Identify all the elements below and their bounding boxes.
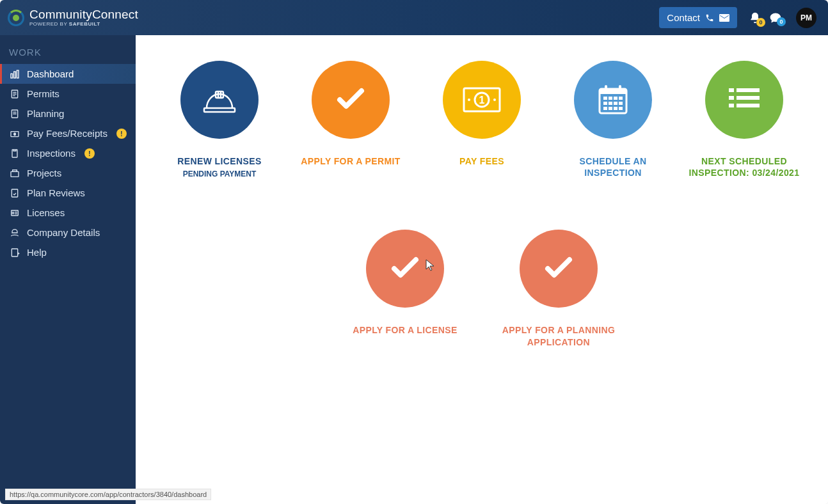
sidebar-item-label: Planning xyxy=(27,108,64,119)
svg-rect-16 xyxy=(12,189,17,197)
tile-apply-for-a-license[interactable]: APPLY FOR A LICENSE xyxy=(347,230,463,347)
svg-point-29 xyxy=(468,98,470,101)
check-icon xyxy=(520,230,598,308)
svg-rect-42 xyxy=(619,102,623,105)
tile-apply-for-a-planning-application[interactable]: APPLY FOR A PLANNING APPLICATION xyxy=(501,230,616,347)
sidebar-item-badge: ! xyxy=(116,129,127,139)
svg-rect-25 xyxy=(204,108,235,112)
sidebar-item-plan-reviews[interactable]: Plan Reviews xyxy=(0,183,136,203)
sidebar-item-inspections[interactable]: Inspections! xyxy=(0,143,136,163)
nav-icon xyxy=(9,248,20,258)
tile-pay-fees[interactable]: 1PAY FEES xyxy=(424,61,539,178)
tile-schedule-an-inspection[interactable]: SCHEDULE AN INSPECTION xyxy=(555,61,671,178)
svg-rect-1 xyxy=(14,72,16,78)
svg-rect-36 xyxy=(609,97,612,100)
sidebar-item-label: Projects xyxy=(27,168,61,178)
check-icon xyxy=(366,230,444,308)
calendar-icon xyxy=(574,61,652,139)
bell-badge: 0 xyxy=(756,18,765,27)
brand-subtitle: POWERED BY SAFEbuilt xyxy=(29,22,138,27)
tile-title: APPLY FOR A PERMIT xyxy=(301,155,401,167)
hardhat-icon xyxy=(180,61,259,139)
nav-icon: $ xyxy=(9,129,20,139)
nav-icon xyxy=(9,208,20,218)
tile-title: SCHEDULE AN INSPECTION xyxy=(555,155,671,178)
messages-chat[interactable]: 0 xyxy=(769,12,782,24)
svg-rect-34 xyxy=(619,85,621,91)
svg-rect-0 xyxy=(11,74,13,78)
sidebar-item-help[interactable]: Help xyxy=(0,242,136,262)
nav-icon xyxy=(9,109,20,119)
svg-rect-38 xyxy=(619,97,623,100)
sidebar-item-label: Plan Reviews xyxy=(27,187,85,198)
sidebar-item-company-details[interactable]: Company Details xyxy=(0,223,136,242)
tile-title: APPLY FOR A PLANNING APPLICATION xyxy=(501,324,616,347)
check-icon xyxy=(312,61,390,139)
svg-rect-14 xyxy=(11,171,19,177)
sidebar-item-label: Pay Fees/Receipts xyxy=(27,128,107,139)
main-content: RENEW LICENSESPENDING PAYMENTAPPLY FOR A… xyxy=(136,35,828,504)
sidebar-item-pay-fees-receipts[interactable]: $Pay Fees/Receipts! xyxy=(0,123,136,143)
sidebar-item-label: Inspections xyxy=(27,148,76,159)
svg-rect-48 xyxy=(736,88,760,92)
sidebar-item-badge: ! xyxy=(84,148,95,159)
sidebar-item-label: Permits xyxy=(27,88,60,99)
svg-rect-37 xyxy=(614,97,617,100)
brand[interactable]: CommunityConnect POWERED BY SAFEbuilt xyxy=(8,8,138,27)
tile-title: NEXT SCHEDULED INSPECTION: 03/24/2021 xyxy=(687,155,802,178)
tile-renew-licenses[interactable]: RENEW LICENSESPENDING PAYMENT xyxy=(162,61,277,178)
svg-rect-50 xyxy=(736,96,760,100)
tile-title: RENEW LICENSES xyxy=(177,155,262,167)
list-icon xyxy=(705,61,783,139)
svg-rect-44 xyxy=(609,107,612,110)
envelope-icon xyxy=(719,14,729,22)
svg-rect-41 xyxy=(614,102,617,105)
nav-icon xyxy=(9,89,20,99)
sidebar-item-dashboard[interactable]: Dashboard xyxy=(0,64,136,84)
brand-title: CommunityConnect xyxy=(29,8,138,20)
avatar[interactable]: PM xyxy=(796,8,816,28)
nav-icon xyxy=(9,188,20,198)
status-bar-url: https://qa.communitycore.com/app/contrac… xyxy=(5,489,211,500)
svg-rect-47 xyxy=(729,88,734,92)
sidebar-item-licenses[interactable]: Licenses xyxy=(0,203,136,223)
svg-rect-40 xyxy=(609,102,612,105)
tile-next-scheduled-inspection-03-24-2021[interactable]: NEXT SCHEDULED INSPECTION: 03/24/2021 xyxy=(687,61,802,178)
tile-apply-for-a-permit[interactable]: APPLY FOR A PERMIT xyxy=(293,61,408,178)
svg-rect-35 xyxy=(603,97,607,100)
header: CommunityConnect POWERED BY SAFEbuilt Co… xyxy=(0,0,828,35)
tile-title: PAY FEES xyxy=(459,155,504,167)
tile-subtitle: PENDING PAYMENT xyxy=(183,169,257,178)
sidebar-heading: WORK xyxy=(0,40,136,64)
svg-rect-15 xyxy=(13,169,17,171)
contact-button[interactable]: Contact xyxy=(659,7,737,28)
tile-title: APPLY FOR A LICENSE xyxy=(353,324,458,336)
nav-icon xyxy=(9,228,20,238)
svg-rect-33 xyxy=(605,85,607,91)
svg-rect-2 xyxy=(17,70,19,78)
logo-icon xyxy=(8,10,24,26)
notifications-bell[interactable]: 0 xyxy=(749,11,761,25)
sidebar: WORK DashboardPermitsPlanning$Pay Fees/R… xyxy=(0,35,136,504)
svg-rect-32 xyxy=(600,89,626,94)
sidebar-item-label: Dashboard xyxy=(27,68,74,79)
nav-icon xyxy=(9,168,20,178)
sidebar-item-label: Help xyxy=(27,247,47,258)
money-icon: 1 xyxy=(443,61,521,139)
svg-rect-21 xyxy=(12,249,17,256)
svg-rect-43 xyxy=(603,107,607,110)
svg-rect-52 xyxy=(736,104,760,107)
sidebar-item-permits[interactable]: Permits xyxy=(0,84,136,104)
sidebar-item-label: Licenses xyxy=(27,207,65,218)
sidebar-item-planning[interactable]: Planning xyxy=(0,104,136,123)
sidebar-item-projects[interactable]: Projects xyxy=(0,163,136,183)
svg-rect-45 xyxy=(614,107,617,110)
svg-rect-51 xyxy=(729,104,734,107)
avatar-initials: PM xyxy=(800,13,812,22)
svg-point-18 xyxy=(12,212,14,214)
nav-icon xyxy=(9,148,20,159)
nav-icon xyxy=(9,69,20,79)
svg-rect-46 xyxy=(619,107,623,110)
svg-text:1: 1 xyxy=(479,95,485,106)
sidebar-item-label: Company Details xyxy=(27,227,100,238)
